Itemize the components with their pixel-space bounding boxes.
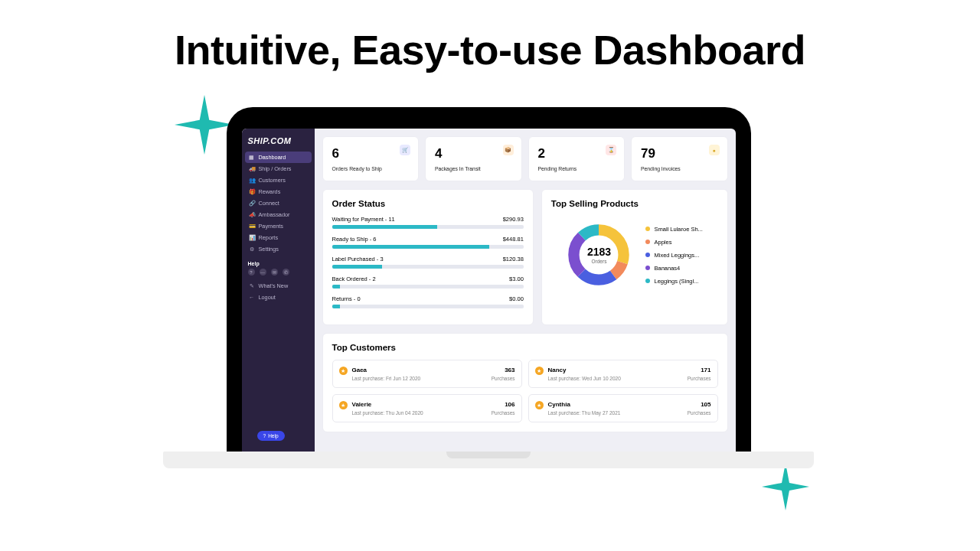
customer-last-purchase: Last purchase: Thu May 27 2021 — [548, 410, 621, 416]
stat-card-pending-invoices[interactable]: ● 79 Pending Invoices — [631, 136, 728, 181]
customer-card[interactable]: ★ Cynthia Last purchase: Thu May 27 2021… — [528, 394, 718, 422]
legend-label: Leggings (Singl... — [654, 278, 698, 285]
sidebar-item-label: Connect — [259, 200, 279, 207]
dot-icon — [645, 253, 650, 257]
progress-bar — [332, 285, 524, 289]
customer-last-purchase: Last purchase: Wed Jun 10 2020 — [548, 376, 621, 381]
sidebar-item-logout[interactable]: ←Logout — [245, 292, 312, 303]
customer-name: Nancy — [548, 367, 621, 373]
sidebar-item-whats-new[interactable]: ✎What's New — [245, 280, 312, 292]
donut-total: 2183 — [587, 246, 611, 258]
status-label: Label Purchased - 3 — [332, 256, 384, 262]
stat-label: Pending Invoices — [641, 166, 718, 171]
help-button[interactable]: ?Help — [257, 431, 285, 441]
chart-icon: 📊 — [249, 234, 255, 241]
sidebar-item-label: Ship / Orders — [259, 165, 292, 172]
coin-icon: ● — [709, 145, 720, 155]
dot-icon — [645, 266, 650, 270]
customer-card[interactable]: ★ Nancy Last purchase: Wed Jun 10 2020 1… — [528, 360, 718, 388]
purchase-count-label: Purchases — [492, 410, 515, 416]
laptop-mockup: SHIP.COM ▦Dashboard 🚚Ship / Orders 👥Cust… — [163, 107, 814, 468]
purchase-count-label: Purchases — [688, 410, 711, 416]
sidebar-item-dashboard[interactable]: ▦Dashboard — [245, 152, 312, 163]
status-label: Waiting for Payment - 11 — [332, 216, 395, 223]
sidebar-item-payments[interactable]: 💳Payments — [245, 220, 312, 232]
donut-chart: 2183 Orders — [566, 222, 632, 288]
gift-icon: 🎁 — [249, 188, 255, 195]
truck-icon: 🚚 — [249, 165, 255, 172]
status-row: Returns - 0 $0.00 — [332, 295, 524, 308]
sidebar-item-label: Rewards — [259, 188, 281, 195]
sidebar-item-rewards[interactable]: 🎁Rewards — [245, 186, 312, 197]
star-icon: ★ — [339, 401, 348, 409]
phone-icon[interactable]: ✆ — [283, 269, 289, 276]
purchase-count-label: Purchases — [688, 376, 711, 381]
sidebar-item-settings[interactable]: ⚙Settings — [245, 243, 312, 255]
star-icon: ★ — [535, 367, 544, 375]
progress-bar — [332, 245, 524, 249]
stat-value: 6 — [332, 146, 410, 161]
status-label: Back Ordered - 2 — [332, 276, 376, 282]
card-icon: 💳 — [249, 223, 255, 230]
progress-bar — [332, 265, 524, 269]
edit-icon: ✎ — [249, 282, 255, 289]
progress-bar — [332, 225, 524, 229]
purchase-count: 105 — [688, 401, 711, 408]
sidebar-item-connect[interactable]: 🔗Connect — [245, 197, 312, 209]
main-content: 🛒 6 Orders Ready to Ship 📦 4 Packages In… — [315, 129, 736, 452]
stat-card-pending-returns[interactable]: ⌛ 2 Pending Returns — [528, 136, 626, 181]
status-amount: $290.93 — [503, 216, 524, 223]
panel-title: Order Status — [332, 199, 524, 208]
hero-title: Intuitive, Easy-to-use Dashboard — [0, 26, 980, 73]
legend-item: Small Lularoe Sh... — [645, 226, 702, 233]
customer-card[interactable]: ★ Valerie Last purchase: Thu Jun 04 2020… — [332, 394, 522, 422]
customer-name: Valerie — [352, 401, 423, 408]
dot-icon — [645, 240, 650, 244]
customer-last-purchase: Last purchase: Fri Jun 12 2020 — [352, 376, 421, 381]
legend-label: Apples — [654, 239, 671, 246]
mail-icon[interactable]: ✉ — [271, 269, 278, 276]
sidebar-item-customers[interactable]: 👥Customers — [245, 174, 312, 186]
status-row: Ready to Ship - 6 $448.81 — [332, 236, 524, 249]
sidebar-item-reports[interactable]: 📊Reports — [245, 232, 312, 243]
sidebar-item-label: Reports — [259, 234, 279, 241]
purchase-count: 106 — [492, 401, 515, 408]
top-selling-panel: Top Selling Products 2183 Orders Small L… — [541, 189, 728, 325]
stat-label: Pending Returns — [538, 166, 616, 171]
help-circle-icon[interactable]: ? — [248, 269, 255, 276]
legend-item: Leggings (Singl... — [645, 278, 702, 285]
box-icon: 📦 — [503, 145, 514, 155]
sidebar-item-ship-orders[interactable]: 🚚Ship / Orders — [245, 163, 312, 174]
customer-name: Gaea — [352, 367, 421, 373]
stat-value: 4 — [435, 146, 512, 161]
chart-legend: Small Lularoe Sh...ApplesMixed Leggings.… — [645, 226, 702, 285]
stat-card-packages-transit[interactable]: 📦 4 Packages In Transit — [425, 136, 522, 181]
purchase-count: 363 — [492, 367, 515, 373]
status-amount: $0.00 — [509, 295, 524, 302]
legend-item: Bananas4 — [645, 265, 702, 272]
stat-label: Packages In Transit — [435, 166, 512, 171]
stat-card-orders-ready[interactable]: 🛒 6 Orders Ready to Ship — [322, 136, 420, 181]
customer-card[interactable]: ★ Gaea Last purchase: Fri Jun 12 2020 36… — [332, 360, 522, 388]
legend-label: Bananas4 — [654, 265, 680, 272]
help-icon-row: ? ⋯ ✉ ✆ — [242, 269, 315, 276]
logout-icon: ← — [249, 294, 255, 301]
chat-icon[interactable]: ⋯ — [260, 269, 266, 276]
sidebar-nav: ▦Dashboard 🚚Ship / Orders 👥Customers 🎁Re… — [242, 152, 315, 255]
sidebar-item-label: Customers — [259, 177, 286, 184]
megaphone-icon: 📣 — [249, 211, 255, 218]
sidebar-item-label: Dashboard — [259, 154, 286, 161]
status-row: Label Purchased - 3 $120.38 — [332, 256, 524, 269]
grid-icon: ▦ — [249, 154, 255, 161]
sparkle-icon — [762, 463, 809, 510]
star-icon: ★ — [339, 367, 348, 375]
top-customers-panel: Top Customers ★ Gaea Last purchase: Fri … — [322, 333, 728, 432]
legend-item: Apples — [645, 239, 702, 246]
purchase-count-label: Purchases — [492, 376, 515, 381]
sidebar-item-label: Settings — [259, 246, 279, 253]
sidebar-item-label: Ambassador — [259, 211, 290, 218]
stats-row: 🛒 6 Orders Ready to Ship 📦 4 Packages In… — [322, 136, 728, 181]
dot-icon — [645, 279, 650, 283]
sidebar-item-label: Payments — [259, 223, 283, 230]
sidebar-item-ambassador[interactable]: 📣Ambassador — [245, 209, 312, 220]
